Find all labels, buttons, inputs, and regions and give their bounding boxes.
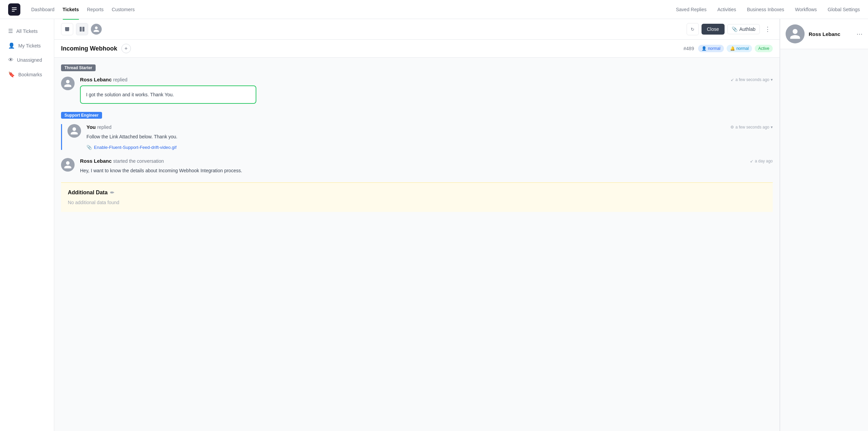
sidebar-item-my-tickets[interactable]: 👤 My Tickets [4,39,50,52]
person-icon: 👤 [8,42,15,49]
message-verb-3: started the conversation [113,158,164,164]
right-panel-body [780,49,868,431]
header-right-actions: ↻ Close 📎 Authlab ⋮ [687,23,773,35]
type-badge: 🔔 normal [727,45,752,52]
bookmark-icon: 🔖 [8,71,15,78]
message-time-1: ↙ a few seconds ago ▾ [731,77,773,82]
ticket-view: ↻ Close 📎 Authlab ⋮ Incoming Webhook + #… [54,19,780,431]
ticket-more-btn[interactable]: ⋮ [763,24,773,34]
right-panel: Ross Lebanc ⋯ [780,19,868,431]
message-verb-1: replied [113,77,127,82]
assignee-avatar [91,24,102,35]
nav-dashboard[interactable]: Dashboard [31,5,55,14]
user-more-btn[interactable]: ⋯ [856,30,863,38]
svg-rect-1 [82,27,84,32]
attachment-icon: 📎 [732,26,737,32]
close-ticket-btn[interactable]: Close [702,24,725,35]
user-avatar [786,24,805,43]
sidebar-label-unassigned: Unassigned [17,57,42,63]
inbox-label: Authlab [739,26,755,32]
additional-data-text: No additional data found [68,200,766,205]
attachment-filename: Enable-Fluent-Support-Feed-drift-video.g… [94,145,177,150]
nav-saved-replies[interactable]: Saved Replies [676,7,706,12]
support-engineer-label: Support Engineer [61,112,102,119]
expand-icon-2: ▾ [771,125,773,130]
message-verb-2: replied [97,124,112,130]
type-label: normal [736,46,749,51]
messages-area[interactable]: Thread Starter Ross Lebanc replied [54,58,780,431]
additional-data-section: Additional Data ✏ No additional data fou… [61,182,773,212]
paperclip-icon: 📎 [86,145,92,150]
nav-activities[interactable]: Activities [717,7,736,12]
user-name: Ross Lebanc [809,31,840,37]
message-bubble-1: I got the solution and it works. Thank Y… [80,85,256,104]
user-info: Ross Lebanc [809,31,840,37]
message-author-group: Ross Lebanc replied [80,77,127,83]
expand-icon-1: ▾ [771,77,773,82]
header-left-actions [61,23,102,35]
ticket-meta: #489 👤 normal 🔔 normal Active [684,45,773,52]
message-header-2: You replied ⚙ a few seconds ago ▾ [86,124,773,130]
priority-badge: 👤 normal [698,45,724,52]
message-content-2: You replied ⚙ a few seconds ago ▾ Follow… [86,124,773,150]
sidebar-label-bookmarks: Bookmarks [18,72,42,77]
thread-starter-label: Thread Starter [61,64,96,71]
sidebar: ☰ All Tickets 👤 My Tickets 👁 Unassigned … [0,19,54,431]
refresh-btn[interactable]: ↻ [687,23,699,35]
time-icon-3: ↙ [750,159,753,163]
message-author-3: Ross Lebanc [80,158,112,164]
right-panel-header: Ross Lebanc ⋯ [780,19,868,49]
message-author-group-2: You replied [86,124,112,130]
status-badge: Active [755,45,773,52]
sidebar-label-all-tickets: All Tickets [16,28,38,34]
nav-left: Dashboard Tickets Reports Customers [31,5,135,14]
conversation-view-btn[interactable] [61,23,73,35]
top-navigation: Dashboard Tickets Reports Customers Save… [0,0,868,19]
support-message-item: You replied ⚙ a few seconds ago ▾ Follow… [61,124,773,150]
message-content-3: Ross Lebanc started the conversation ↙ a… [80,158,773,174]
time-icon-2: ⚙ [730,125,734,130]
sidebar-item-all-tickets[interactable]: ☰ All Tickets [4,24,50,38]
message-header-3: Ross Lebanc started the conversation ↙ a… [80,158,773,164]
list-icon: ☰ [8,28,13,34]
svg-rect-0 [80,27,82,32]
add-tag-btn[interactable]: + [121,44,131,53]
eye-icon: 👁 [8,57,14,63]
ticket-title-bar: Incoming Webhook + #489 👤 normal 🔔 norma… [54,40,780,58]
message-content-1: Ross Lebanc replied ↙ a few seconds ago … [80,77,773,104]
nav-customers[interactable]: Customers [112,5,135,14]
message-avatar-3 [61,158,75,172]
message-author-2: You [86,124,96,130]
nav-reports[interactable]: Reports [87,5,104,14]
ticket-header: ↻ Close 📎 Authlab ⋮ [54,19,780,40]
sidebar-item-bookmarks[interactable]: 🔖 Bookmarks [4,68,50,81]
message-text-1: I got the solution and it works. Thank Y… [86,92,174,97]
start-message-item: Ross Lebanc started the conversation ↙ a… [61,158,773,174]
ticket-id: #489 [684,46,694,51]
priority-icon: 👤 [702,46,707,51]
nav-workflows[interactable]: Workflows [795,7,817,12]
nav-right: Saved Replies Activities Business Inboxe… [676,7,860,12]
nav-global-settings[interactable]: Global Settings [828,7,860,12]
split-view-btn[interactable] [76,23,88,35]
edit-icon[interactable]: ✏ [110,190,114,195]
message-author-1: Ross Lebanc [80,77,112,82]
message-avatar-1 [61,77,75,90]
nav-tickets[interactable]: Tickets [63,5,79,14]
sidebar-item-unassigned[interactable]: 👁 Unassigned [4,54,50,66]
nav-business-inboxes[interactable]: Business Inboxes [747,7,784,12]
app-logo [8,3,20,16]
message-header-1: Ross Lebanc replied ↙ a few seconds ago … [80,77,773,83]
message-text-2: Follow the Link Attached below. Thank yo… [86,133,773,140]
message-item: Ross Lebanc replied ↙ a few seconds ago … [61,77,773,104]
ticket-title: Incoming Webhook [61,45,117,52]
refresh-icon: ↻ [691,27,694,32]
message-time-3: ↙ a day ago [750,159,773,163]
message-text-3: Hey, I want to know the details about In… [80,167,773,174]
attachment-link[interactable]: 📎 Enable-Fluent-Support-Feed-drift-video… [86,145,773,150]
time-icon-1: ↙ [731,77,734,82]
message-avatar-2 [67,124,81,138]
inbox-btn[interactable]: 📎 Authlab [727,24,760,34]
message-author-group-3: Ross Lebanc started the conversation [80,158,164,164]
type-icon: 🔔 [730,46,735,51]
